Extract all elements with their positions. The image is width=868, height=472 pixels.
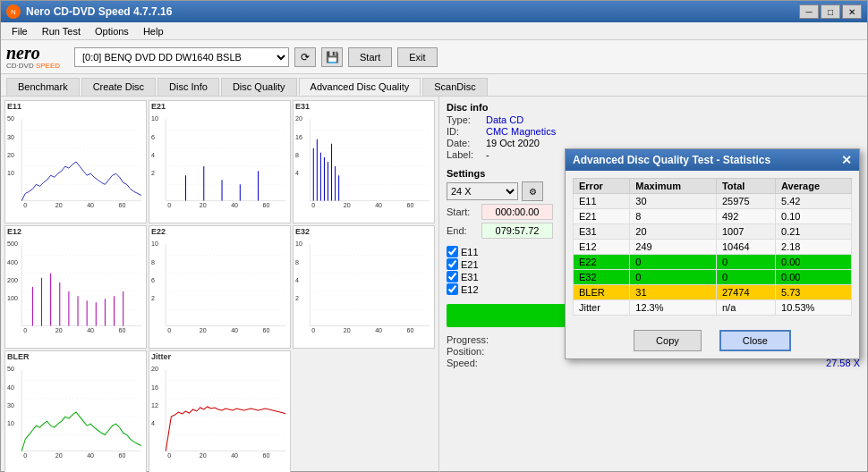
stats-row: E1130259755.42 [574,194,852,209]
stats-total: 25975 [716,194,775,209]
stats-average: 5.73 [776,285,852,300]
dialog-close-btn[interactable]: Close [719,330,791,351]
svg-text:10: 10 [295,240,302,248]
stats-maximum: 30 [630,194,717,209]
e11-checkbox[interactable] [447,246,458,257]
menu-options[interactable]: Options [88,24,136,38]
close-button[interactable]: ✕ [842,4,862,19]
tab-benchmark[interactable]: Benchmark [6,78,80,96]
col-error: Error [574,179,630,194]
date-value: 19 Oct 2020 [486,138,540,148]
tab-bar: Benchmark Create Disc Disc Info Disc Qua… [1,74,867,97]
e12-chart: E12 500 400 200 100 0 20 40 60 [4,225,147,349]
stats-row: E2184920.10 [574,209,852,224]
e12-checkbox[interactable] [447,283,458,295]
end-time-input[interactable] [481,223,553,239]
svg-text:10: 10 [151,115,158,122]
end-time-label: End: [447,225,478,236]
svg-text:8: 8 [151,259,155,266]
stats-total: 10464 [716,240,775,255]
svg-text:0: 0 [167,327,171,334]
speed-selector[interactable]: 24 X [447,182,518,200]
svg-rect-58 [5,237,146,336]
cd-dvd-speed-text: CD·DVD SPEED [6,62,60,70]
svg-text:60: 60 [263,327,270,334]
copy-button[interactable]: Copy [634,330,702,351]
e22-chart: E22 10 8 6 2 0 20 40 60 [149,225,291,349]
svg-rect-129 [149,362,290,461]
svg-text:20: 20 [151,366,158,373]
svg-text:2: 2 [151,170,155,177]
svg-text:60: 60 [119,327,126,334]
stats-error: BLER [574,285,630,300]
e21-chart: E21 10 6 4 2 0 20 40 60 [149,100,291,223]
svg-text:60: 60 [407,202,414,209]
tab-create-disc[interactable]: Create Disc [81,78,156,96]
speed-config-button[interactable]: ⚙ [522,181,543,201]
nero-logo-text: nero [6,44,40,62]
disc-info-title: Disc info [447,102,860,113]
svg-text:0: 0 [311,202,315,209]
start-time-input[interactable] [481,204,553,220]
start-button[interactable]: Start [348,47,392,67]
stats-average: 5.42 [776,194,852,209]
charts-area: E11 50 30 20 10 0 20 40 60 [1,97,439,472]
drive-selector[interactable]: [0:0] BENQ DVD DD DW1640 BSLB [74,47,289,67]
refresh-button[interactable]: ⟳ [294,47,316,67]
e21-checkbox[interactable] [447,258,458,270]
label-label: Label: [447,149,482,160]
stats-average: 10.53% [776,300,852,316]
exit-button[interactable]: Exit [397,47,437,67]
window-title: Nero CD-DVD Speed 4.7.7.16 [26,5,799,18]
window-controls: ─ □ ✕ [799,4,862,19]
tab-disc-info[interactable]: Disc Info [157,78,219,96]
stats-error: E31 [574,224,630,240]
svg-text:10: 10 [151,240,158,248]
svg-rect-99 [294,237,434,336]
stats-error: E32 [574,270,630,285]
svg-text:40: 40 [375,327,382,334]
dialog-close-button[interactable]: ✕ [841,153,852,167]
maximize-button[interactable]: □ [821,4,840,19]
svg-text:8: 8 [295,259,299,266]
stats-average: 0.10 [776,209,852,224]
disc-id-row: ID: CMC Magnetics [447,126,860,137]
stats-error: Jitter [574,300,630,316]
save-button[interactable]: 💾 [321,47,343,67]
minimize-button[interactable]: ─ [799,4,819,19]
svg-text:40: 40 [231,202,238,209]
stats-maximum: 0 [630,255,717,270]
e31-checkbox[interactable] [447,271,458,282]
stats-average: 0.00 [776,270,852,285]
tab-disc-quality[interactable]: Disc Quality [221,78,297,96]
svg-text:500: 500 [7,240,18,248]
e22-label: E22 [151,227,166,236]
svg-text:2: 2 [295,295,299,302]
stats-maximum: 12.3% [630,300,717,316]
svg-text:40: 40 [7,384,14,392]
stats-maximum: 20 [630,224,717,240]
bler-chart: BLER 50 40 30 10 0 20 40 60 [4,350,147,472]
stats-maximum: 0 [630,270,717,285]
svg-text:200: 200 [7,277,18,284]
col-total: Total [716,179,775,194]
menu-run-test[interactable]: Run Test [35,24,88,38]
svg-text:50: 50 [7,366,14,373]
tab-scan-disc[interactable]: ScanDisc [422,78,487,96]
menu-file[interactable]: File [4,24,35,38]
disc-type-row: Type: Data CD [447,114,860,125]
dialog-buttons: Copy Close [566,323,859,358]
svg-text:0: 0 [167,202,171,209]
tab-advanced-disc-quality[interactable]: Advanced Disc Quality [299,78,421,96]
svg-text:40: 40 [87,452,94,459]
svg-text:10: 10 [7,170,14,177]
e31-label: E31 [295,102,310,111]
svg-text:0: 0 [311,327,315,334]
svg-text:40: 40 [87,202,94,209]
stats-error: E21 [574,209,630,224]
stats-row: E312010070.21 [574,224,852,240]
menu-help[interactable]: Help [136,24,171,38]
jitter-chart: Jitter 20 16 12 4 0 20 40 60 [149,350,291,472]
app-icon: N [6,4,21,19]
svg-text:2: 2 [151,295,155,302]
